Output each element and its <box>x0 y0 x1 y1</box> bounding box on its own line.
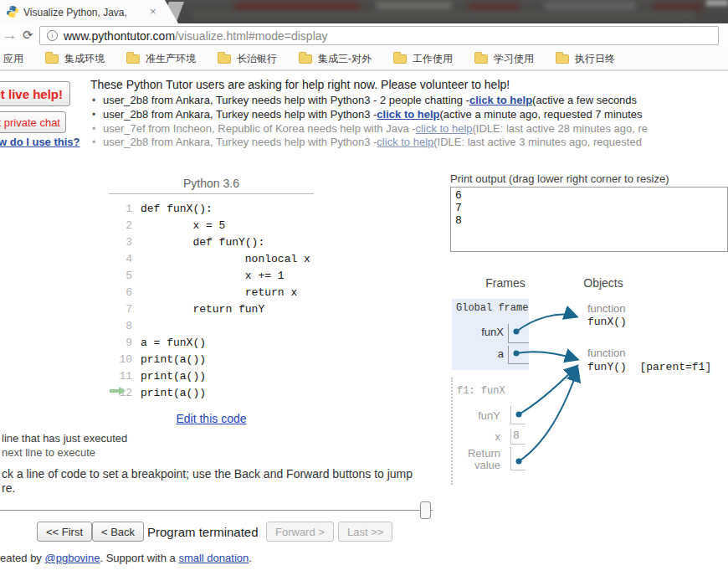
url-path: /visualize.html#mode=display <box>175 29 327 43</box>
url-host: www.pythontutor.com <box>64 29 175 43</box>
legend-just-executed: line that has just executed <box>2 432 127 445</box>
footer-credit: eated by @pgbovine. Support with a small… <box>0 552 252 564</box>
code-line[interactable]: 10print(a()) <box>109 351 310 368</box>
global-frame-title: Global frame <box>456 302 528 314</box>
donation-link[interactable]: small donation <box>178 552 249 564</box>
bookmark-apps[interactable]: 应用 <box>3 52 23 66</box>
help-request-item: • user_2b8 from Ankara, Turkey needs hel… <box>92 136 642 150</box>
variable-value: 8 <box>513 429 520 442</box>
code-line[interactable]: 1def funX(): <box>109 200 310 217</box>
help-request-item: • user_7ef from Incheon, Republic of Kor… <box>92 122 648 136</box>
folder-icon <box>393 54 407 64</box>
code-divider <box>109 193 314 194</box>
bullet-icon: • <box>92 95 103 106</box>
click-to-help-link[interactable]: click to help <box>377 136 433 148</box>
folder-icon <box>218 54 231 64</box>
variable-name: a <box>454 347 504 360</box>
click-to-help-link[interactable]: click to help <box>377 108 439 121</box>
code-line[interactable]: 6 return x <box>109 284 310 301</box>
back-button[interactable]: < Back <box>92 522 144 542</box>
python-favicon <box>6 5 19 18</box>
bullet-icon: • <box>92 109 103 121</box>
bookmark-folder[interactable]: 学习使用 <box>474 52 534 66</box>
bookmark-folder[interactable]: 准生产环境 <box>126 52 196 66</box>
code-listing: 1def funX(): 2 x = 5 3 def funY(): 4 non… <box>109 200 310 401</box>
blur-artifact <box>469 3 519 12</box>
bookmark-folder[interactable]: 执行日终 <box>556 52 615 66</box>
code-line[interactable]: 4 nonlocal x <box>109 250 310 267</box>
bullet-icon: • <box>92 136 103 148</box>
click-to-help-link[interactable]: click to help <box>469 94 532 106</box>
how-do-i-use-this-link[interactable]: w do I use this? <box>0 136 80 148</box>
legend-next-line: next line to execute <box>2 446 95 459</box>
browser-window: Visualize Python, Java, × → ⟳ i www.pyth… <box>0 0 728 586</box>
variable-name: x <box>457 430 500 443</box>
code-line[interactable]: 11print(a()) <box>109 368 310 384</box>
language-label: Python 3.6 <box>109 177 314 190</box>
object-type-label: function <box>587 302 626 315</box>
click-to-help-link[interactable]: click to help <box>416 122 473 135</box>
bookmarks-bar: 应用 集成环境 准生产环境 长治银行 集成三-对外 工作使用 学习使用 执行日终 <box>0 48 728 71</box>
bookmark-folder[interactable]: 集成环境 <box>45 52 105 66</box>
breakpoint-hint: re. <box>2 481 15 495</box>
bookmark-folder[interactable]: 长治银行 <box>218 52 277 66</box>
variable-cell <box>508 324 529 343</box>
folder-icon <box>126 54 140 64</box>
code-line[interactable]: 2 x = 5 <box>109 217 310 234</box>
edit-this-code-link[interactable]: Edit this code <box>109 412 314 425</box>
execution-slider-track[interactable] <box>0 510 433 511</box>
code-line[interactable]: 5 x += 1 <box>109 267 310 284</box>
blur-artifact <box>234 3 360 12</box>
help-request-item: • user_2b8 from Ankara, Turkey needs hel… <box>92 108 643 122</box>
bullet-icon: • <box>92 123 103 135</box>
help-request-item: • user_2b8 from Ankara, Turkey needs hel… <box>92 94 637 108</box>
code-line[interactable]: 3 def funY(): <box>109 234 310 250</box>
folder-icon <box>474 54 488 64</box>
bookmark-folder[interactable]: 集成三-对外 <box>299 52 372 66</box>
start-private-chat-button[interactable]: art private chat <box>0 111 66 133</box>
forward-nav-icon[interactable]: → <box>2 26 18 44</box>
get-live-help-button[interactable]: et live help! <box>0 81 70 106</box>
code-line[interactable]: 9a = funX() <box>109 334 310 351</box>
page-info-icon[interactable]: i <box>47 30 58 41</box>
reload-icon[interactable]: ⟳ <box>23 28 33 43</box>
last-button[interactable]: Last >> <box>338 522 392 542</box>
variable-cell <box>508 346 529 364</box>
forward-button[interactable]: Forward > <box>266 522 334 542</box>
author-link[interactable]: @pgbovine <box>45 552 100 564</box>
code-line[interactable]: 8 <box>109 317 310 334</box>
code-line[interactable]: 7 return funY <box>109 301 310 317</box>
tab-title: Visualize Python, Java, <box>23 7 127 18</box>
next-line-arrow-icon <box>110 387 126 395</box>
folder-icon <box>45 54 59 64</box>
variable-name: Return value <box>452 448 500 471</box>
folder-icon <box>556 54 569 64</box>
print-output-textarea[interactable]: 6 7 8 <box>450 187 728 252</box>
first-button[interactable]: << First <box>37 522 92 542</box>
f1-frame-title: f1: funX <box>457 385 505 397</box>
object-repr: funY() [parent=f1] <box>587 361 711 373</box>
execution-slider-handle[interactable] <box>420 501 431 519</box>
blur-artifact <box>544 2 636 11</box>
blur-artifact <box>653 3 703 11</box>
variable-name: funX <box>454 326 504 338</box>
code-line[interactable]: 12print(a()) <box>109 384 310 401</box>
objects-header: Objects <box>567 276 639 290</box>
tab-close-icon[interactable]: × <box>150 5 156 18</box>
print-output-label: Print output (drag lower right corner to… <box>450 172 669 185</box>
address-bar[interactable]: i www.pythontutor.com /visualize.html#mo… <box>39 26 719 45</box>
blur-artifact <box>377 2 452 10</box>
variable-name: funY <box>457 409 500 422</box>
blur-artifact <box>192 12 695 20</box>
variable-cell <box>510 447 525 470</box>
folder-icon <box>299 54 312 64</box>
bookmark-folder[interactable]: 工作使用 <box>393 52 453 66</box>
blur-artifact <box>706 0 728 6</box>
variable-cell <box>510 406 525 424</box>
object-type-label: function <box>587 347 626 359</box>
object-repr: funX() <box>587 316 627 328</box>
execution-status: Program terminated <box>147 525 259 539</box>
frames-header: Frames <box>465 276 546 290</box>
breakpoint-hint: ck a line of code to set a breakpoint; u… <box>2 467 413 481</box>
help-banner-heading: These Python Tutor users are asking for … <box>90 78 510 91</box>
